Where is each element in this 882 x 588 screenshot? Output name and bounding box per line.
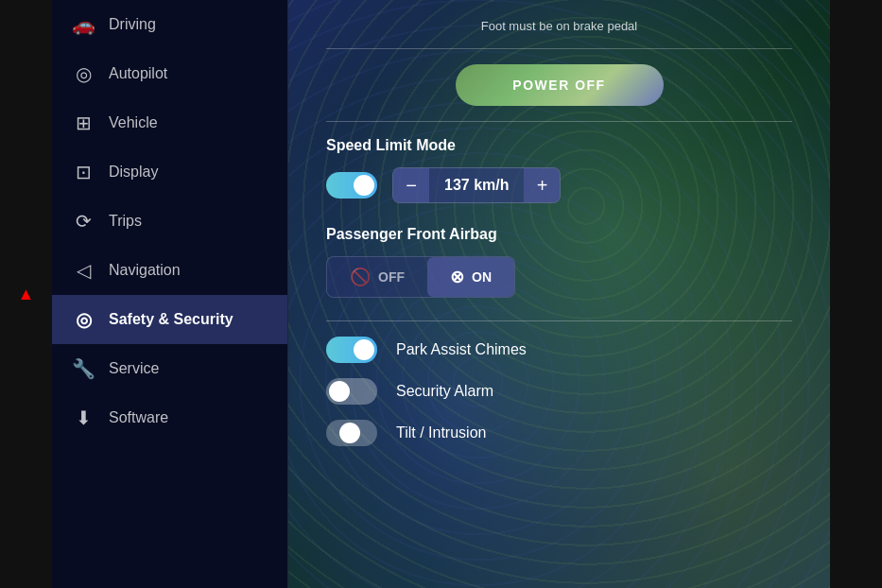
sidebar-item-service[interactable]: 🔧 Service: [52, 344, 287, 393]
speed-limit-toggle-knob: [354, 175, 374, 196]
content-area: Foot must be on brake pedal POWER OFF Sp…: [288, 0, 830, 588]
power-off-button[interactable]: POWER OFF: [456, 64, 664, 106]
divider-1: [326, 48, 792, 49]
sidebar-label-navigation: Navigation: [109, 261, 181, 279]
right-bar: [830, 0, 882, 588]
main-content: Foot must be on brake pedal POWER OFF Sp…: [288, 0, 830, 588]
divider-3: [326, 320, 792, 321]
software-icon: ⬇: [71, 406, 95, 429]
driving-icon: 🚗: [71, 13, 95, 36]
sidebar: 🚗 Driving ◎ Autopilot ⊞ Vehicle ⊡ Displa…: [52, 0, 288, 588]
security-alarm-label: Security Alarm: [396, 383, 493, 400]
speed-limit-toggle[interactable]: [326, 172, 377, 199]
sidebar-item-vehicle[interactable]: ⊞ Vehicle: [52, 98, 287, 147]
safety-icon: ◎: [71, 308, 95, 331]
airbag-section: Passenger Front Airbag 🚫 OFF ⊗ ON: [326, 226, 792, 298]
speed-limit-row: − 137 km/h +: [326, 167, 792, 203]
airbag-on-icon: ⊗: [450, 267, 464, 287]
airbag-off-icon: 🚫: [350, 267, 371, 287]
divider-2: [326, 121, 792, 122]
sidebar-label-autopilot: Autopilot: [109, 64, 167, 82]
sidebar-item-display[interactable]: ⊡ Display: [52, 147, 287, 197]
park-assist-knob: [354, 339, 374, 360]
security-alarm-knob: [329, 381, 350, 402]
park-assist-toggle[interactable]: [326, 337, 377, 363]
airbag-on-label: ON: [472, 269, 492, 285]
airbag-off-label: OFF: [378, 269, 405, 285]
sidebar-item-navigation[interactable]: ◁ Navigation: [52, 246, 287, 295]
display-icon: ⊡: [71, 161, 95, 183]
vehicle-icon: ⊞: [71, 112, 95, 134]
trips-icon: ⟳: [71, 210, 95, 233]
airbag-off-button[interactable]: 🚫 OFF: [327, 257, 427, 297]
brake-notice: Foot must be on brake pedal: [326, 19, 792, 33]
autopilot-icon: ◎: [71, 62, 95, 85]
sidebar-label-driving: Driving: [109, 15, 156, 33]
sidebar-label-service: Service: [109, 359, 159, 377]
tilt-intrusion-toggle[interactable]: [326, 420, 377, 446]
security-alarm-toggle[interactable]: [326, 378, 377, 405]
sidebar-item-autopilot[interactable]: ◎ Autopilot: [52, 49, 287, 98]
airbag-on-button[interactable]: ⊗ ON: [427, 257, 514, 297]
sidebar-item-driving[interactable]: 🚗 Driving: [52, 0, 287, 49]
tilt-intrusion-knob: [339, 423, 360, 443]
airbag-toggle-group: 🚫 OFF ⊗ ON: [326, 256, 515, 298]
sidebar-label-vehicle: Vehicle: [109, 113, 158, 131]
sidebar-item-trips[interactable]: ⟳ Trips: [52, 197, 287, 246]
speed-limit-title: Speed Limit Mode: [326, 137, 792, 154]
sidebar-label-software: Software: [109, 408, 168, 426]
tilt-intrusion-label: Tilt / Intrusion: [396, 424, 486, 441]
speed-decrease-button[interactable]: −: [393, 168, 429, 202]
sidebar-label-display: Display: [109, 163, 158, 181]
sidebar-item-software[interactable]: ⬇ Software: [52, 393, 287, 442]
speed-value: 137 km/h: [429, 177, 524, 194]
park-assist-label: Park Assist Chimes: [396, 341, 527, 358]
service-icon: 🔧: [71, 357, 95, 380]
security-alarm-row: Security Alarm: [326, 378, 792, 405]
airbag-title: Passenger Front Airbag: [326, 226, 792, 243]
speed-increase-button[interactable]: +: [524, 168, 560, 202]
navigation-icon: ◁: [71, 259, 95, 282]
tilt-intrusion-row: Tilt / Intrusion: [326, 420, 792, 446]
warning-icon: ▲: [18, 285, 35, 304]
sidebar-label-safety: Safety & Security: [109, 310, 233, 328]
speed-control: − 137 km/h +: [392, 167, 561, 203]
park-assist-row: Park Assist Chimes: [326, 337, 792, 363]
sidebar-item-safety[interactable]: ◎ Safety & Security: [52, 295, 287, 344]
sidebar-label-trips: Trips: [109, 212, 142, 230]
left-bar: ▲: [0, 0, 52, 588]
